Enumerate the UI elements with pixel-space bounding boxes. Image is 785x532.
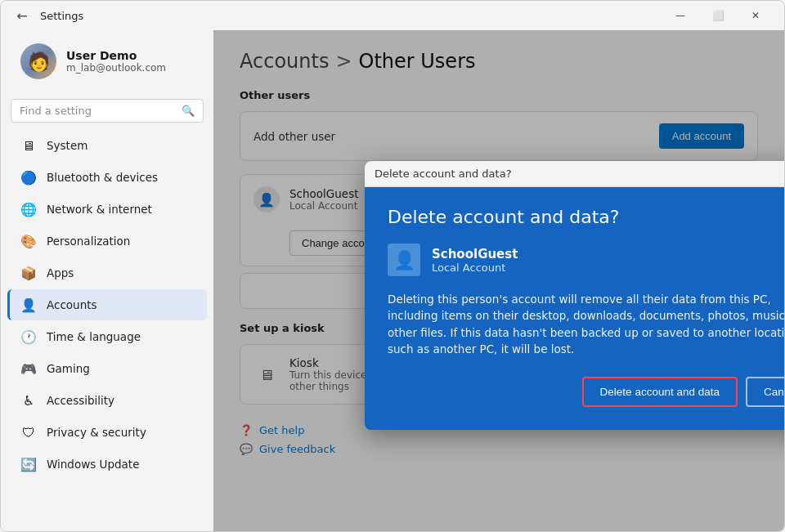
sidebar-item-label: Time & language	[47, 330, 141, 343]
user-profile[interactable]: 🧑 User Demo m_lab@outlook.com	[7, 34, 207, 92]
sidebar-item-system[interactable]: 🖥 System	[7, 130, 207, 161]
system-icon: 🖥	[20, 137, 37, 154]
sidebar-item-windows-update[interactable]: 🔄 Windows Update	[7, 449, 207, 480]
window-controls: — ⬜ ✕	[662, 1, 774, 30]
sidebar-item-label: Personalization	[47, 235, 130, 248]
minimize-button[interactable]: —	[662, 1, 699, 30]
network-icon: 🌐	[20, 201, 37, 217]
sidebar-item-personalization[interactable]: 🎨 Personalization	[7, 226, 207, 257]
personalization-icon: 🎨	[20, 233, 37, 249]
user-info: User Demo m_lab@outlook.com	[66, 49, 166, 74]
avatar-image: 🧑	[20, 43, 56, 79]
maximize-button[interactable]: ⬜	[699, 1, 737, 30]
sidebar-item-label: Gaming	[47, 362, 90, 375]
sidebar-item-accounts[interactable]: 👤 Accounts	[7, 289, 207, 320]
sidebar-item-label: Accessibility	[47, 394, 114, 407]
accounts-icon: 👤	[20, 297, 37, 313]
titlebar: ← Settings — ⬜ ✕	[1, 1, 784, 30]
dialog-message: Deleting this person's account will remo…	[388, 291, 784, 357]
sidebar-item-accessibility[interactable]: ♿ Accessibility	[7, 385, 207, 416]
back-button[interactable]: ←	[11, 4, 34, 27]
close-button[interactable]: ✕	[737, 1, 774, 30]
user-name: User Demo	[66, 49, 166, 62]
sidebar-item-gaming[interactable]: 🎮 Gaming	[7, 353, 207, 384]
sidebar-item-label: Privacy & security	[47, 426, 146, 439]
sidebar-item-label: Network & internet	[47, 203, 152, 216]
sidebar-item-bluetooth[interactable]: 🔵 Bluetooth & devices	[7, 162, 207, 193]
dialog-user-avatar: 👤	[388, 244, 420, 276]
search-box[interactable]: Find a setting 🔍	[11, 99, 204, 123]
delete-confirm-button[interactable]: Delete account and data	[582, 377, 738, 407]
sidebar-item-label: Apps	[47, 266, 74, 279]
search-icon: 🔍	[182, 105, 195, 117]
bluetooth-icon: 🔵	[20, 169, 37, 186]
sidebar-item-label: Windows Update	[47, 458, 139, 471]
sidebar: 🧑 User Demo m_lab@outlook.com Find a set…	[1, 30, 213, 531]
sidebar-item-apps[interactable]: 📦 Apps	[7, 257, 207, 288]
content-area: Accounts > Other Users Other users Add o…	[213, 30, 784, 531]
delete-dialog: Delete account and data? Delete account …	[365, 161, 784, 430]
search-container: Find a setting 🔍	[1, 96, 213, 129]
delete-cancel-button[interactable]: Cancel	[746, 377, 784, 407]
search-placeholder: Find a setting	[20, 105, 175, 117]
privacy-icon: 🛡	[20, 424, 37, 440]
sidebar-item-privacy[interactable]: 🛡 Privacy & security	[7, 417, 207, 448]
dialog-user-type: Local Account	[432, 262, 518, 274]
main-layout: 🧑 User Demo m_lab@outlook.com Find a set…	[1, 30, 784, 531]
dialog-titlebar: Delete account and data?	[365, 161, 784, 187]
sidebar-item-label: Bluetooth & devices	[47, 171, 158, 184]
user-email: m_lab@outlook.com	[66, 62, 166, 74]
apps-icon: 📦	[20, 265, 37, 281]
windows-update-icon: 🔄	[20, 456, 37, 472]
dialog-heading: Delete account and data?	[388, 207, 784, 227]
accessibility-icon: ♿	[20, 392, 37, 409]
dialog-user-name: SchoolGuest	[432, 247, 518, 262]
gaming-icon: 🎮	[20, 360, 37, 377]
sidebar-nav: 🖥 System 🔵 Bluetooth & devices 🌐 Network…	[1, 129, 213, 481]
settings-window: ← Settings — ⬜ ✕ 🧑 User Demo m_lab@outlo…	[0, 0, 785, 532]
dialog-user-info: SchoolGuest Local Account	[432, 247, 518, 274]
sidebar-item-network[interactable]: 🌐 Network & internet	[7, 194, 207, 225]
time-icon: 🕐	[20, 329, 37, 345]
sidebar-item-label: Accounts	[47, 298, 97, 311]
dialog-actions: Delete account and data Cancel	[388, 377, 784, 407]
dialog-user-row: 👤 SchoolGuest Local Account	[388, 244, 784, 276]
sidebar-item-time[interactable]: 🕐 Time & language	[7, 321, 207, 352]
avatar: 🧑	[20, 43, 56, 79]
titlebar-title: Settings	[40, 10, 83, 22]
dialog-body: Delete account and data? 👤 SchoolGuest L…	[365, 187, 784, 430]
sidebar-item-label: System	[47, 139, 87, 152]
